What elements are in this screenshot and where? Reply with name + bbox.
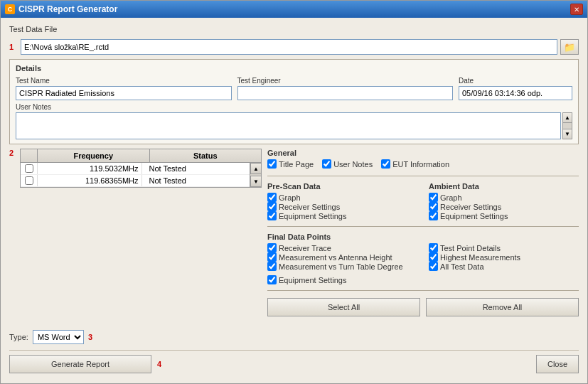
ambient-cb-0[interactable] bbox=[429, 193, 438, 202]
final-right-label-1: Highest Measurements bbox=[440, 253, 520, 262]
user-notes-textarea[interactable] bbox=[16, 112, 561, 139]
final-right-cb-1[interactable] bbox=[429, 252, 438, 262]
table-row: 119.68365MHz Not Tested bbox=[21, 175, 250, 187]
general-cb-1[interactable] bbox=[322, 159, 331, 169]
main-window: C CISPR Report Generator ✕ Test Data Fil… bbox=[0, 0, 588, 384]
step2-num: 2 bbox=[9, 149, 18, 157]
file-path-input[interactable] bbox=[21, 39, 557, 55]
ambient-title: Ambient Data bbox=[429, 182, 579, 191]
title-buttons: ✕ bbox=[570, 4, 583, 15]
main-content: 2 Frequency Status 119.5032MHz Not Teste… bbox=[9, 149, 579, 344]
final-right-col: Test Point DetailsHighest MeasurementsAl… bbox=[429, 243, 579, 271]
final-left-col: Receiver TraceMeasurement vs Antenna Hei… bbox=[267, 243, 417, 271]
table-scrollbar: ▲ ▼ bbox=[250, 163, 261, 187]
notes-scroll-up[interactable]: ▲ bbox=[563, 113, 572, 123]
th-freq: Frequency bbox=[38, 149, 150, 162]
remove-all-button[interactable]: Remove All bbox=[426, 298, 579, 316]
close-window-button[interactable]: ✕ bbox=[570, 4, 583, 15]
row-checkbox-0[interactable] bbox=[25, 164, 33, 173]
ambient-label-0: Graph bbox=[440, 193, 462, 202]
date-label: Date bbox=[459, 77, 572, 85]
row-checkbox-1[interactable] bbox=[25, 176, 33, 185]
final-left-cb-2[interactable] bbox=[267, 262, 277, 271]
final-title: Final Data Points bbox=[267, 233, 579, 241]
sep1 bbox=[267, 176, 579, 176]
equip-settings-item: Equipment Settings bbox=[267, 275, 579, 284]
final-left-cb-1[interactable] bbox=[267, 252, 277, 262]
ambient-item-0: Graph bbox=[429, 193, 579, 202]
final-right-cb-2[interactable] bbox=[429, 262, 438, 271]
user-notes-label: User Notes bbox=[16, 103, 572, 111]
ambient-item-2: Equipment Settings bbox=[429, 211, 579, 220]
final-section: Final Data Points Receiver TraceMeasurem… bbox=[267, 233, 579, 271]
prescan-label-0: Graph bbox=[279, 193, 301, 202]
table-header: Frequency Status bbox=[21, 149, 261, 163]
ambient-item-1: Receiver Settings bbox=[429, 202, 579, 211]
test-eng-group: Test Engineer bbox=[237, 77, 454, 100]
equip-label: Equipment Settings bbox=[279, 276, 346, 284]
step3-num: 3 bbox=[88, 333, 97, 341]
right-panel: General Title PageUser NotesEUT Informat… bbox=[267, 149, 579, 344]
type-select[interactable]: MS WordPDFHTML bbox=[33, 330, 84, 344]
prescan-col: Pre-Scan Data GraphReceiver SettingsEqui… bbox=[267, 182, 417, 220]
prescan-label-1: Receiver Settings bbox=[279, 203, 340, 211]
prescan-items: GraphReceiver SettingsEquipment Settings bbox=[267, 193, 417, 220]
prescan-item-2: Equipment Settings bbox=[267, 211, 417, 220]
close-button[interactable]: Close bbox=[536, 355, 579, 373]
equip-cb[interactable] bbox=[267, 275, 277, 284]
general-item-2: EUT Information bbox=[381, 159, 449, 169]
step1-num: 1 bbox=[9, 43, 18, 51]
sep3 bbox=[267, 290, 579, 291]
date-group: Date bbox=[459, 77, 572, 100]
scrollbar-up[interactable]: ▲ bbox=[250, 163, 261, 174]
th-check bbox=[21, 149, 38, 162]
ambient-label-1: Receiver Settings bbox=[440, 203, 501, 211]
general-row: Title PageUser NotesEUT Information bbox=[267, 159, 579, 169]
final-right-item-2: All Test Data bbox=[429, 262, 579, 271]
general-label-0: Title Page bbox=[279, 160, 314, 169]
prescan-cb-0[interactable] bbox=[267, 193, 277, 202]
final-left-item-2: Measurement vs Turn Table Degree bbox=[267, 262, 417, 271]
prescan-item-1: Receiver Settings bbox=[267, 202, 417, 211]
general-cb-0[interactable] bbox=[267, 159, 277, 169]
details-title: Details bbox=[16, 64, 572, 73]
notes-scroll-down[interactable]: ▼ bbox=[563, 129, 572, 139]
row-status-0: Not Tested bbox=[142, 163, 250, 174]
details-fields: Test Name Test Engineer Date bbox=[16, 77, 572, 100]
select-all-button[interactable]: Select All bbox=[267, 298, 420, 316]
left-panel: 2 Frequency Status 119.5032MHz Not Teste… bbox=[9, 149, 262, 344]
general-section: General Title PageUser NotesEUT Informat… bbox=[267, 149, 579, 170]
final-left-item-1: Measurement vs Antenna Height bbox=[267, 252, 417, 262]
app-icon: C bbox=[5, 4, 15, 14]
table-row: 119.5032MHz Not Tested bbox=[21, 163, 250, 175]
browse-button[interactable]: 📁 bbox=[560, 39, 579, 55]
title-bar-left: C CISPR Report Generator bbox=[5, 4, 117, 14]
window-title: CISPR Report Generator bbox=[18, 4, 117, 14]
generate-area: Generate Report 4 bbox=[9, 355, 166, 373]
freq-table: Frequency Status 119.5032MHz Not Tested … bbox=[20, 149, 262, 188]
prescan-cb-2[interactable] bbox=[267, 211, 277, 220]
test-name-input[interactable] bbox=[16, 86, 232, 100]
ambient-cb-2[interactable] bbox=[429, 211, 438, 220]
final-left-label-0: Receiver Trace bbox=[279, 244, 331, 252]
ambient-cb-1[interactable] bbox=[429, 202, 438, 211]
final-left-cb-0[interactable] bbox=[267, 243, 277, 252]
date-input[interactable] bbox=[459, 86, 572, 100]
final-right-cb-0[interactable] bbox=[429, 243, 438, 252]
prescan-title: Pre-Scan Data bbox=[267, 182, 417, 191]
test-eng-input[interactable] bbox=[237, 86, 454, 100]
prescan-cb-1[interactable] bbox=[267, 202, 277, 211]
prescan-ambient-row: Pre-Scan Data GraphReceiver SettingsEqui… bbox=[267, 182, 579, 220]
generate-report-button[interactable]: Generate Report bbox=[9, 355, 151, 373]
general-cb-2[interactable] bbox=[381, 159, 390, 169]
step4-num: 4 bbox=[157, 360, 166, 368]
window-body: Test Data File 1 📁 Details Test Name Tes… bbox=[1, 18, 587, 383]
table-body: 119.5032MHz Not Tested 119.68365MHz Not … bbox=[21, 163, 250, 187]
footer: Generate Report 4 Close bbox=[9, 350, 579, 376]
table-scroll-area: 119.5032MHz Not Tested 119.68365MHz Not … bbox=[21, 163, 261, 187]
type-label: Type: bbox=[9, 333, 28, 341]
scrollbar-down[interactable]: ▼ bbox=[250, 176, 261, 187]
row-freq-1: 119.68365MHz bbox=[38, 175, 142, 186]
ambient-items: GraphReceiver SettingsEquipment Settings bbox=[429, 193, 579, 220]
general-title: General bbox=[267, 149, 579, 157]
